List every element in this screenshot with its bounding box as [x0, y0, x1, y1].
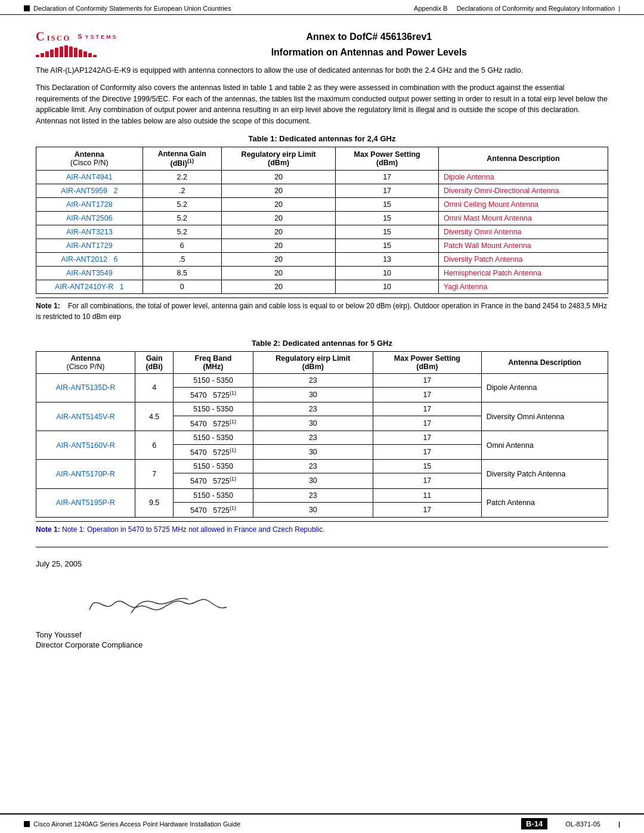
t1-desc-2: Diversity Omni-Directional Antenna [438, 184, 608, 197]
t1-gain-4: 5.2 [143, 211, 221, 225]
t1-reg-7: 20 [221, 252, 335, 266]
t2-reg-4b: 30 [253, 473, 373, 488]
th-max: Max Power Setting (dBm) [336, 147, 439, 170]
footer-left: Cisco Aironet 1240AG Series Access Point… [24, 820, 240, 828]
t1-gain-8: 8.5 [143, 266, 221, 280]
table-row: AIR-ANT1728 5.2 20 15 Omni Ceiling Mount… [36, 197, 608, 211]
t1-desc-9: Yagi Antenna [438, 280, 608, 293]
bar-4 [50, 49, 54, 57]
t2-max-5b: 17 [373, 502, 482, 517]
t2-freq-4b: 5470 5725(1) [174, 473, 253, 488]
t1-pn-8: AIR-ANT3549 [36, 266, 143, 280]
bar-10 [79, 49, 82, 57]
bar-8 [69, 47, 73, 57]
intro-paragraph-2: This Declaration of Conformity also cove… [36, 82, 608, 127]
t1-desc-1: Dipole Antenna [438, 170, 608, 184]
table2-note: Note 1: Note 1: Operation in 5470 to 572… [36, 521, 608, 537]
t1-pn-2: AIR-ANT5959 2 [36, 184, 143, 197]
footer-guide: Cisco Aironet 1240AG Series Access Point… [33, 820, 240, 828]
th-reg: Regulatory eirp Limit (dBm) [221, 147, 335, 170]
cisco-word: CISCO [36, 30, 70, 44]
th-gain: Antenna Gain (dBi)(1) [143, 147, 221, 170]
bar-5 [55, 48, 58, 57]
table-row: AIR-ANT4941 2.2 20 17 Dipole Antenna [36, 170, 608, 184]
t1-max-8: 10 [336, 266, 439, 280]
t2-desc-4: Diversity Patch Antenna [481, 460, 608, 488]
footer-bar: | [618, 820, 620, 828]
doc-title-line1: Annex to DofC# 456136rev1 [130, 32, 608, 42]
t2-max-3b: 17 [373, 445, 482, 460]
t2-pn-2: AIR-ANT5145V-R [36, 402, 135, 431]
t2-freq-2b: 5470 5725(1) [174, 416, 253, 431]
intro-paragraph-1: The AIR-(L)AP1242AG-E-K9 is equipped wit… [36, 65, 608, 76]
cisco-bars [36, 45, 97, 57]
t2-freq-4a: 5150 - 5350 [174, 460, 253, 473]
bar-2 [41, 53, 44, 57]
bar-11 [83, 51, 87, 57]
doc-title-block: Annex to DofC# 456136rev1 Information on… [130, 27, 608, 60]
signature-svg [83, 586, 233, 619]
t2-reg-3a: 23 [253, 431, 373, 445]
table-row: AIR-ANT2506 5.2 20 15 Omni Mast Mount An… [36, 211, 608, 225]
t1-max-5: 15 [336, 225, 439, 239]
table-row: AIR-ANT5170P-R 7 5150 - 5350 23 15 Diver… [36, 460, 608, 473]
page-footer: Cisco Aironet 1240AG Series Access Point… [0, 813, 644, 833]
sig-name: Tony Youssef [36, 630, 608, 639]
t1-reg-5: 20 [221, 225, 335, 239]
table1-note: Note 1: For all combinations, the total … [36, 298, 608, 324]
main-content: CISCO SYSTEMS Annex to DofC# [0, 15, 644, 673]
page-header: Declaration of Conformity Statements for… [0, 0, 644, 15]
t1-gain-7: .5 [143, 252, 221, 266]
t2-freq-1b: 5470 5725(1) [174, 387, 253, 402]
t2-desc-5: Patch Antenna [481, 488, 608, 517]
note1-label: Note 1: [36, 302, 60, 310]
bar-13 [93, 55, 97, 57]
t2-th-desc: Antenna Description [481, 351, 608, 373]
table1-body: AIR-ANT4941 2.2 20 17 Dipole Antenna AIR… [36, 170, 608, 293]
t2-desc-3: Omni Antenna [481, 431, 608, 460]
t2-reg-5b: 30 [253, 502, 373, 517]
t2-max-1b: 17 [373, 387, 482, 402]
t2-th-reg: Regulatory eirp Limit (dBm) [253, 351, 373, 373]
header-left: Declaration of Conformity Statements for… [24, 5, 231, 12]
t2-th-freq: Freq Band (MHz) [174, 351, 253, 373]
t1-pn-7: AIR-ANT2012 6 [36, 252, 143, 266]
table-row: AIR-ANT5145V-R 4.5 5150 - 5350 23 17 Div… [36, 402, 608, 416]
th-gain-unit: (dBi)(1) [148, 158, 216, 168]
t2-max-4b: 17 [373, 473, 482, 488]
t1-reg-4: 20 [221, 211, 335, 225]
t1-desc-4: Omni Mast Mount Antenna [438, 211, 608, 225]
t1-max-2: 17 [336, 184, 439, 197]
table-row: AIR-ANT2012 6 .5 20 13 Diversity Patch A… [36, 252, 608, 266]
t1-max-3: 15 [336, 197, 439, 211]
t1-gain-2: .2 [143, 184, 221, 197]
t2-gain-2: 4.5 [135, 402, 173, 431]
t2-max-3a: 17 [373, 431, 482, 445]
signature-area [36, 592, 608, 628]
table2-title: Table 2: Dedicated antennas for 5 GHz [36, 339, 608, 348]
t2-gain-1: 4 [135, 373, 173, 402]
t2-desc-1: Dipole Antenna [481, 373, 608, 402]
t1-reg-8: 20 [221, 266, 335, 280]
th-desc: Antenna Description [438, 147, 608, 170]
t1-pn-4: AIR-ANT2506 [36, 211, 143, 225]
t1-desc-6: Patch Wall Mount Antenna [438, 239, 608, 252]
table2: Antenna (Cisco P/N) Gain (dBi) Freq Band… [36, 351, 608, 518]
bar-6 [60, 47, 63, 57]
bar-1 [36, 55, 39, 57]
t1-gain-1: 2.2 [143, 170, 221, 184]
t1-pn-5: AIR-ANT3213 [36, 225, 143, 239]
t2-gain-3: 6 [135, 431, 173, 460]
table-row: AIR-ANT5160V-R 6 5150 - 5350 23 17 Omni … [36, 431, 608, 445]
t2-reg-2b: 30 [253, 416, 373, 431]
table2-header-row: Antenna (Cisco P/N) Gain (dBi) Freq Band… [36, 351, 608, 373]
t2-desc-2: Diversity Omni Antenna [481, 402, 608, 431]
t1-gain-9: 0 [143, 280, 221, 293]
t2-max-2a: 17 [373, 402, 482, 416]
t1-desc-8: Hemispherical Patch Antenna [438, 266, 608, 280]
t1-max-6: 15 [336, 239, 439, 252]
t1-reg-3: 20 [221, 197, 335, 211]
t2-reg-2a: 23 [253, 402, 373, 416]
t1-reg-9: 20 [221, 280, 335, 293]
t1-gain-3: 5.2 [143, 197, 221, 211]
